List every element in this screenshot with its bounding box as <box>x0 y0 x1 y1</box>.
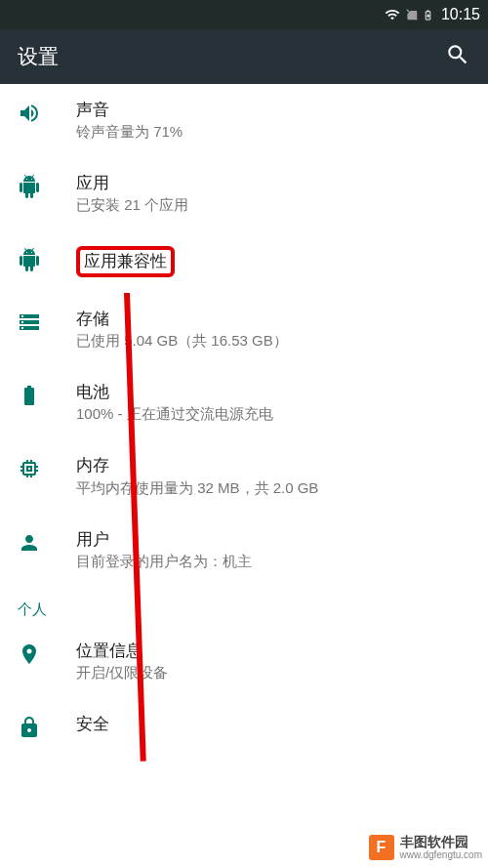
item-sub: 已安装 21 个应用 <box>76 196 470 215</box>
settings-item-users[interactable]: 用户 目前登录的用户名为：机主 <box>0 514 488 587</box>
settings-item-storage[interactable]: 存储 已使用 5.04 GB（共 16.53 GB） <box>0 293 488 366</box>
svg-rect-1 <box>427 10 429 11</box>
highlight-annotation: 应用兼容性 <box>76 246 175 277</box>
memory-icon <box>18 455 76 480</box>
item-sub: 已使用 5.04 GB（共 16.53 GB） <box>76 332 470 351</box>
settings-item-app-compat[interactable]: 应用兼容性 <box>0 230 488 293</box>
watermark-name: 丰图软件园 <box>400 835 483 849</box>
android-icon <box>18 173 76 198</box>
battery-icon <box>18 382 76 407</box>
status-time: 10:15 <box>441 6 480 23</box>
watermark: F 丰图软件园 www.dgfengtu.com <box>369 835 483 860</box>
item-title: 存储 <box>76 309 470 330</box>
settings-item-location[interactable]: 位置信息 开启/仅限设备 <box>0 625 488 698</box>
volume-icon <box>18 100 76 125</box>
lock-icon <box>18 714 76 739</box>
section-personal: 个人 <box>0 587 488 625</box>
android-icon <box>18 246 76 271</box>
no-sim-icon <box>405 7 419 22</box>
watermark-logo: F <box>369 835 394 860</box>
item-title: 安全 <box>76 714 470 735</box>
item-title: 应用兼容性 <box>84 252 167 270</box>
location-icon <box>18 641 76 666</box>
storage-icon <box>18 309 76 334</box>
settings-item-security[interactable]: 安全 <box>0 698 488 755</box>
watermark-url: www.dgfengtu.com <box>400 849 483 860</box>
settings-item-memory[interactable]: 内存 平均内存使用量为 32 MB，共 2.0 GB <box>0 439 488 513</box>
item-title: 电池 <box>76 382 470 403</box>
item-sub: 开启/仅限设备 <box>76 664 470 682</box>
page-title: 设置 <box>18 43 59 70</box>
item-sub: 铃声音量为 71% <box>76 123 470 142</box>
settings-list: 声音 铃声音量为 71% 应用 已安装 21 个应用 应用兼容性 存储 已使用 … <box>0 84 488 868</box>
settings-item-battery[interactable]: 电池 100% - 正在通过交流电源充电 <box>0 366 488 439</box>
status-bar: 10:15 <box>0 0 488 29</box>
item-sub: 100% - 正在通过交流电源充电 <box>76 405 470 424</box>
person-icon <box>18 529 76 555</box>
settings-item-apps[interactable]: 应用 已安装 21 个应用 <box>0 157 488 230</box>
item-title: 应用 <box>76 173 470 194</box>
app-bar: 设置 <box>0 29 488 84</box>
settings-item-sound[interactable]: 声音 铃声音量为 71% <box>0 84 488 157</box>
search-icon[interactable] <box>445 42 470 71</box>
item-title: 声音 <box>76 100 470 121</box>
battery-charging-icon <box>423 7 433 23</box>
wifi-icon <box>384 7 401 22</box>
